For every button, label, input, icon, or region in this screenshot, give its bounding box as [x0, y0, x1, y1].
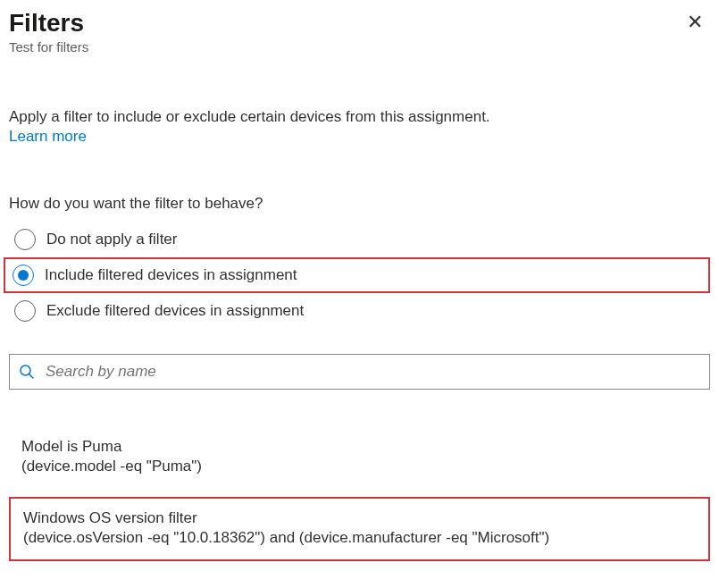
radio-icon	[13, 265, 34, 286]
learn-more-link[interactable]: Learn more	[9, 128, 87, 146]
radio-option-include[interactable]: Include filtered devices in assignment	[4, 257, 710, 293]
filter-name: Model is Puma	[21, 438, 698, 456]
search-input[interactable]	[44, 362, 700, 382]
search-icon	[19, 364, 35, 380]
radio-icon	[14, 300, 36, 322]
page-subtitle: Test for filters	[9, 39, 88, 55]
radio-label-exclude: Exclude filtered devices in assignment	[46, 302, 304, 320]
close-button[interactable]: ✕	[680, 9, 710, 36]
close-icon: ✕	[687, 11, 703, 33]
filter-query: (device.osVersion -eq "10.0.18362") and …	[23, 529, 696, 547]
search-box[interactable]	[9, 354, 710, 390]
behavior-question: How do you want the filter to behave?	[9, 195, 710, 213]
filter-item[interactable]: Windows OS version filter (device.osVers…	[9, 497, 710, 561]
svg-line-1	[29, 374, 34, 379]
intro-text: Apply a filter to include or exclude cer…	[9, 108, 710, 126]
radio-label-include: Include filtered devices in assignment	[45, 266, 297, 284]
radio-option-exclude[interactable]: Exclude filtered devices in assignment	[9, 293, 710, 329]
filter-name: Windows OS version filter	[23, 509, 696, 527]
filter-item[interactable]: Model is Puma (device.model -eq "Puma")	[9, 427, 710, 488]
filter-list: Model is Puma (device.model -eq "Puma") …	[9, 427, 710, 561]
radio-icon	[14, 229, 36, 250]
radio-dot-icon	[18, 270, 29, 281]
radio-label-none: Do not apply a filter	[46, 231, 177, 248]
filter-query: (device.model -eq "Puma")	[21, 458, 698, 475]
radio-option-none[interactable]: Do not apply a filter	[9, 222, 710, 257]
page-title: Filters	[9, 9, 88, 38]
